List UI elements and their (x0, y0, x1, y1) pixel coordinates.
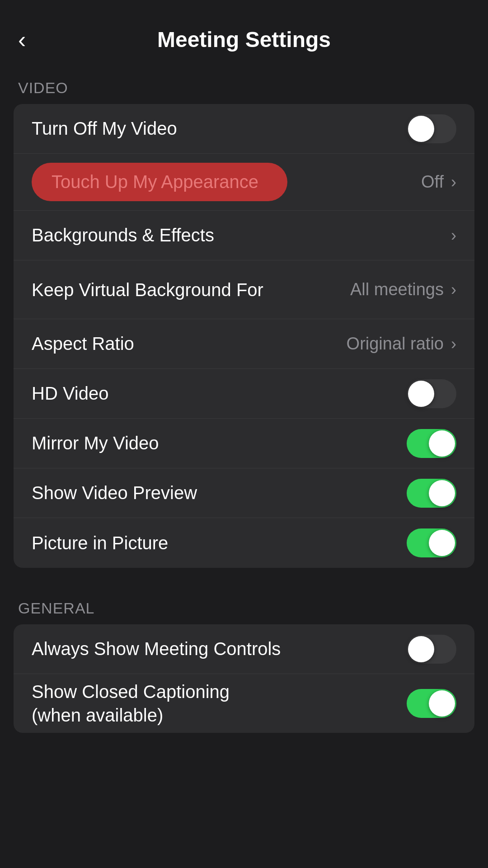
mirror-video-toggle[interactable] (407, 429, 456, 458)
show-video-preview-toggle-knob (429, 480, 455, 506)
keep-virtual-background-chevron-icon: › (451, 280, 456, 299)
show-closed-captioning-label: Show Closed Captioning(when available) (32, 680, 407, 727)
show-video-preview-row[interactable]: Show Video Preview (14, 468, 474, 518)
back-button[interactable]: ‹ (18, 28, 26, 52)
touch-up-appearance-label: Touch Up My Appearance (52, 172, 267, 192)
aspect-ratio-control: Original ratio › (347, 334, 456, 354)
video-settings-group: Turn Off My Video Touch Up My Appearance… (14, 104, 474, 568)
always-show-controls-control (407, 635, 456, 664)
mirror-video-control (407, 429, 456, 458)
show-closed-captioning-control (407, 689, 456, 718)
turn-off-video-row[interactable]: Turn Off My Video (14, 104, 474, 154)
aspect-ratio-row[interactable]: Aspect Ratio Original ratio › (14, 319, 474, 369)
touch-up-chevron-icon: › (451, 173, 456, 192)
keep-virtual-background-value: All meetings (350, 280, 444, 299)
hd-video-label: HD Video (32, 383, 407, 404)
turn-off-video-toggle-knob (408, 116, 434, 142)
video-section-label: VIDEO (0, 66, 488, 104)
mirror-video-toggle-knob (429, 430, 455, 457)
general-section: GENERAL Always Show Meeting Controls Sho… (0, 586, 488, 733)
turn-off-video-control (407, 114, 456, 143)
hd-video-control (407, 379, 456, 408)
general-section-label: GENERAL (0, 586, 488, 624)
always-show-controls-toggle[interactable] (407, 635, 456, 664)
backgrounds-effects-control: › (451, 226, 456, 245)
mirror-video-label: Mirror My Video (32, 433, 407, 453)
picture-in-picture-toggle[interactable] (407, 528, 456, 557)
general-settings-group: Always Show Meeting Controls Show Closed… (14, 624, 474, 733)
backgrounds-effects-row[interactable]: Backgrounds & Effects › (14, 211, 474, 260)
picture-in-picture-label: Picture in Picture (32, 533, 407, 553)
hd-video-toggle-knob (408, 381, 434, 407)
show-video-preview-label: Show Video Preview (32, 483, 407, 503)
show-video-preview-control (407, 479, 456, 508)
always-show-controls-label: Always Show Meeting Controls (32, 639, 407, 659)
keep-virtual-background-control: All meetings › (350, 280, 456, 299)
turn-off-video-toggle[interactable] (407, 114, 456, 143)
aspect-ratio-label: Aspect Ratio (32, 334, 347, 354)
screen: ‹ Meeting Settings VIDEO Turn Off My Vid… (0, 0, 488, 733)
picture-in-picture-control (407, 528, 456, 557)
touch-up-value: Off (421, 172, 444, 192)
picture-in-picture-row[interactable]: Picture in Picture (14, 518, 474, 568)
show-closed-captioning-toggle[interactable] (407, 689, 456, 718)
page-title: Meeting Settings (157, 27, 331, 52)
show-closed-captioning-row[interactable]: Show Closed Captioning(when available) (14, 674, 474, 733)
picture-in-picture-toggle-knob (429, 530, 455, 556)
keep-virtual-background-label: Keep Virtual Background For (32, 278, 350, 302)
mirror-video-row[interactable]: Mirror My Video (14, 419, 474, 468)
touch-up-highlight: Touch Up My Appearance (32, 163, 287, 201)
header: ‹ Meeting Settings (0, 0, 488, 66)
touch-up-appearance-row[interactable]: Touch Up My Appearance Off › (14, 154, 474, 211)
hd-video-toggle[interactable] (407, 379, 456, 408)
touch-up-inner: Touch Up My Appearance Off › (32, 163, 456, 201)
always-show-controls-toggle-knob (408, 636, 434, 662)
show-video-preview-toggle[interactable] (407, 479, 456, 508)
always-show-controls-row[interactable]: Always Show Meeting Controls (14, 624, 474, 674)
aspect-ratio-value: Original ratio (347, 334, 444, 354)
keep-virtual-background-row[interactable]: Keep Virtual Background For All meetings… (14, 260, 474, 319)
aspect-ratio-chevron-icon: › (451, 335, 456, 354)
backgrounds-effects-chevron-icon: › (451, 226, 456, 245)
hd-video-row[interactable]: HD Video (14, 369, 474, 419)
turn-off-video-label: Turn Off My Video (32, 118, 407, 139)
show-closed-captioning-toggle-knob (429, 690, 455, 717)
backgrounds-effects-label: Backgrounds & Effects (32, 225, 451, 245)
touch-up-value-area: Off › (421, 172, 456, 192)
video-section: VIDEO Turn Off My Video Touch Up My Appe… (0, 66, 488, 568)
